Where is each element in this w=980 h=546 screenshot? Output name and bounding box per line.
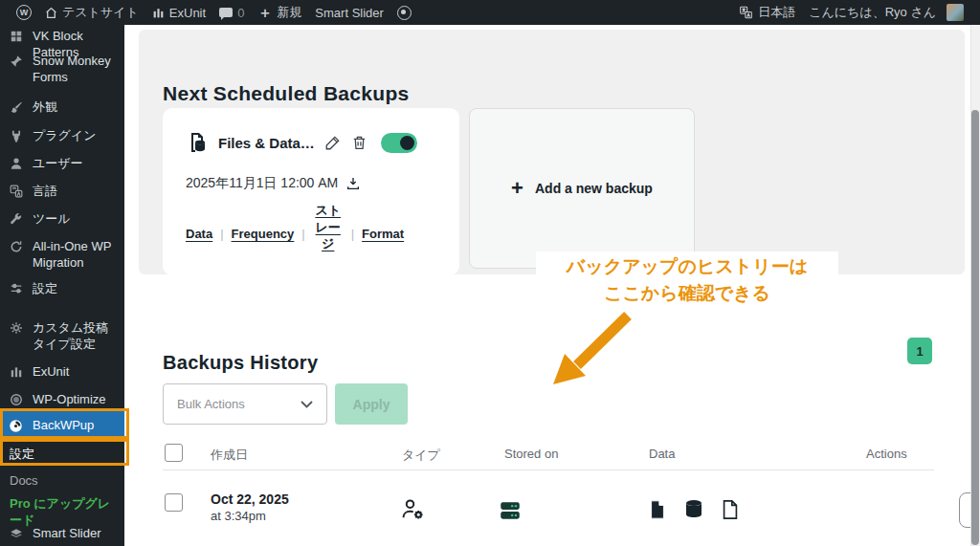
row-checkbox[interactable] bbox=[165, 493, 183, 512]
link-separator: | bbox=[301, 227, 304, 241]
column-type: タイプ bbox=[402, 447, 440, 464]
grid-icon bbox=[8, 29, 24, 43]
settings-sliders-icon bbox=[8, 281, 24, 295]
toggle-knob bbox=[400, 136, 414, 150]
sidebar-item-custom-post-type-settings[interactable]: カスタム投稿タイプ設定 bbox=[0, 317, 124, 357]
annotation-line-2: ここから確認できる bbox=[536, 281, 838, 306]
add-new-backup-card[interactable]: + Add a new backup bbox=[469, 108, 695, 269]
optimize-icon bbox=[8, 392, 24, 406]
sidebar-item-backwpup[interactable]: BackWPup bbox=[0, 411, 124, 441]
users-icon bbox=[8, 156, 24, 170]
smart-slider-icon bbox=[8, 526, 24, 540]
backups-history-title: Backups History bbox=[163, 352, 318, 374]
link-data[interactable]: Data bbox=[186, 227, 212, 241]
next-run-datetime: 2025年11月1日 12:00 AM bbox=[186, 175, 338, 192]
sidebar-item-wp-optimize[interactable]: WP-Optimize bbox=[0, 388, 124, 412]
main-content: Next Scheduled Backups Files & Data… 202… bbox=[124, 25, 980, 546]
link-format[interactable]: Format bbox=[362, 227, 404, 241]
column-data: Data bbox=[649, 447, 675, 461]
user-account-menu[interactable]: こんにちは、Ryo さん bbox=[802, 0, 970, 25]
wp-logo-menu[interactable]: W bbox=[10, 0, 38, 25]
column-created-date: 作成日 bbox=[211, 447, 248, 464]
sidebar-item-appearance[interactable]: 外観 bbox=[0, 96, 124, 120]
link-separator: | bbox=[351, 227, 354, 241]
history-count-badge: 1 bbox=[907, 338, 932, 364]
backup-date: Oct 22, 2025 bbox=[211, 491, 289, 507]
download-icon[interactable] bbox=[345, 176, 361, 191]
sidebar-item-language[interactable]: 言語 bbox=[0, 180, 124, 204]
chevron-down-icon bbox=[301, 401, 313, 408]
plus-icon: ＋ bbox=[257, 4, 272, 22]
new-content-menu[interactable]: ＋ 新規 bbox=[251, 0, 308, 25]
sidebar-item-plugins[interactable]: プラグイン bbox=[0, 124, 124, 148]
appearance-brush-icon bbox=[8, 99, 24, 114]
smart-slider-logo-icon bbox=[397, 6, 412, 20]
exunit-icon bbox=[152, 7, 165, 19]
bulk-actions-select[interactable]: Bulk Actions bbox=[163, 383, 327, 425]
column-stored-on: Stored on bbox=[504, 447, 558, 461]
sidebar-item-exunit[interactable]: ExUnit bbox=[0, 360, 124, 384]
file-outline-icon bbox=[720, 498, 741, 521]
sidebar-item-smart-slider[interactable]: Smart Slider bbox=[0, 522, 124, 546]
file-filled-icon bbox=[647, 498, 668, 521]
add-backup-label: Add a new backup bbox=[535, 181, 653, 196]
greeting-text: こんにちは、Ryo さん bbox=[809, 4, 936, 21]
language-switcher[interactable]: 日本語 bbox=[732, 0, 802, 25]
pin-icon bbox=[8, 54, 24, 68]
migration-arrows-icon bbox=[8, 239, 24, 253]
sidebar-item-settings[interactable]: 設定 bbox=[0, 277, 124, 301]
sidebar-subitem-backwpup-docs[interactable]: Docs bbox=[0, 470, 124, 493]
backwpup-icon bbox=[8, 418, 24, 433]
backup-name: Files & Data… bbox=[218, 135, 315, 151]
select-all-checkbox[interactable] bbox=[165, 444, 183, 462]
language-icon bbox=[8, 184, 24, 198]
apply-button[interactable]: Apply bbox=[335, 383, 408, 425]
scrollbar-thumb[interactable] bbox=[971, 110, 979, 545]
site-name: テストサイト bbox=[62, 4, 139, 21]
plugin-icon bbox=[8, 128, 24, 142]
backup-enabled-toggle[interactable] bbox=[381, 133, 417, 153]
home-icon bbox=[45, 7, 57, 19]
wp-admin-sidebar: VK Block Patterns Snow Monkey Forms 外観 プ… bbox=[0, 25, 124, 546]
exunit-icon bbox=[8, 364, 24, 379]
sidebar-subitem-backwpup-settings[interactable]: 設定 bbox=[0, 443, 124, 467]
next-scheduled-title: Next Scheduled Backups bbox=[163, 82, 410, 105]
gear-icon bbox=[8, 320, 24, 335]
smart-slider-menu[interactable]: Smart Slider bbox=[308, 0, 390, 25]
backwpup-admin-screen: W テストサイト ExUnit 0 ＋ 新規 Smart Slider 日本語 bbox=[0, 0, 980, 546]
edit-pencil-icon[interactable] bbox=[324, 134, 342, 151]
sidebar-item-users[interactable]: ユーザー bbox=[0, 152, 124, 176]
link-storage[interactable]: ストレージ bbox=[313, 202, 344, 252]
plus-icon: + bbox=[511, 178, 523, 199]
scheduled-backup-card: Files & Data… 2025年11月1日 12:00 AM Data |… bbox=[163, 108, 459, 275]
backup-data-icons bbox=[647, 498, 741, 521]
wp-admin-bar: W テストサイト ExUnit 0 ＋ 新規 Smart Slider 日本語 bbox=[0, 0, 980, 25]
translate-icon bbox=[739, 6, 753, 19]
link-frequency[interactable]: Frequency bbox=[232, 227, 295, 241]
comments-menu[interactable]: 0 bbox=[212, 0, 251, 25]
server-stack-icon bbox=[498, 498, 523, 523]
sidebar-item-snow-monkey-forms[interactable]: Snow Monkey Forms bbox=[0, 50, 124, 90]
delete-trash-icon[interactable] bbox=[351, 134, 368, 151]
scrollbar-track[interactable] bbox=[970, 25, 980, 546]
site-name-link[interactable]: テストサイト bbox=[38, 0, 145, 25]
manual-user-gear-icon bbox=[400, 496, 427, 523]
comments-count: 0 bbox=[237, 6, 244, 20]
backup-time: at 3:34pm bbox=[211, 509, 289, 523]
smart-slider-logo-menu[interactable] bbox=[390, 0, 418, 25]
tools-wrench-icon bbox=[8, 211, 24, 226]
sidebar-item-tools[interactable]: ツール bbox=[0, 207, 124, 231]
sidebar-item-all-in-one-wp-migration[interactable]: All-in-One WP Migration bbox=[0, 235, 124, 275]
exunit-menu[interactable]: ExUnit bbox=[145, 0, 212, 25]
comments-bubble-icon bbox=[219, 8, 233, 17]
link-separator: | bbox=[220, 227, 223, 241]
files-and-database-icon bbox=[186, 131, 209, 154]
column-actions: Actions bbox=[866, 447, 907, 461]
user-avatar bbox=[947, 4, 964, 21]
wordpress-logo-icon: W bbox=[16, 5, 32, 20]
annotation-arrow bbox=[546, 306, 641, 386]
database-icon bbox=[682, 498, 705, 521]
history-table-header: 作成日 タイプ Stored on Data Actions bbox=[163, 442, 934, 470]
annotation-line-1: バックアップのヒストリーは bbox=[536, 251, 838, 282]
